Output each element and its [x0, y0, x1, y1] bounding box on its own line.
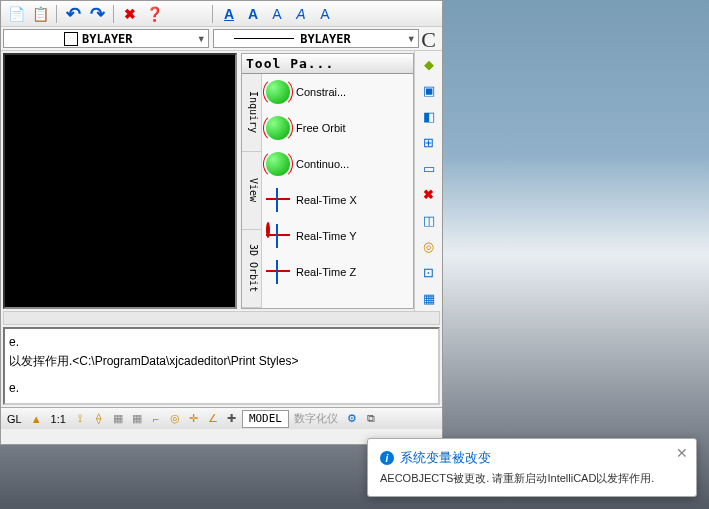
palette-title: Tool Pa...	[242, 54, 413, 74]
orbit-icon	[266, 116, 290, 140]
status-grid2-icon[interactable]: ▦	[128, 410, 146, 428]
help-icon[interactable]: ❓	[143, 3, 165, 25]
status-cross-icon[interactable]: ✚	[223, 410, 241, 428]
notification-title-row: i 系统变量被改变	[380, 449, 684, 467]
cmd-line: e.	[9, 333, 434, 352]
tab-inquiry[interactable]: Inquiry	[242, 74, 261, 152]
layer-right-label: BYLAYER	[300, 32, 404, 46]
command-area[interactable]: e. 以发挥作用.<C:\ProgramData\xjcadeditor\Pri…	[3, 327, 440, 405]
layer-row: BYLAYER ▼ BYLAYER ▼ C	[1, 27, 442, 51]
tool-icon[interactable]: ▦	[418, 287, 440, 309]
text-style-b-icon[interactable]: A	[242, 3, 264, 25]
status-ratio[interactable]: 1:1	[47, 410, 70, 428]
copy-icon[interactable]: 📋	[29, 3, 51, 25]
text-style-d-icon[interactable]: A	[290, 3, 312, 25]
tool-icon[interactable]: ▭	[418, 157, 440, 179]
separator	[113, 5, 114, 23]
status-icon[interactable]: ⟟	[71, 410, 89, 428]
tool-palette: Tool Pa... Inquiry View 3D Orbit Constra…	[241, 53, 414, 309]
chevron-down-icon: ▼	[194, 34, 208, 44]
status-angle-icon[interactable]: ∠	[204, 410, 222, 428]
separator	[56, 5, 57, 23]
settings-gear-icon[interactable]: ⚙	[343, 410, 361, 428]
palette-item-continuous[interactable]: Continuo...	[262, 146, 413, 182]
realtime-x-icon	[266, 188, 290, 212]
drawing-viewport[interactable]	[3, 53, 237, 309]
orbit-icon	[266, 152, 290, 176]
undo-icon[interactable]: ↶	[62, 3, 84, 25]
chevron-down-icon: ▼	[404, 34, 418, 44]
status-model[interactable]: MODEL	[242, 410, 289, 428]
redo-icon[interactable]: ↷	[86, 3, 108, 25]
status-window-icon[interactable]: ⧉	[362, 410, 380, 428]
tab-3d-orbit[interactable]: 3D Orbit	[242, 230, 261, 308]
right-sidebar: ◆ ▣ ◧ ⊞ ▭ ✖ ◫ ◎ ⊡ ▦	[414, 51, 442, 311]
text-style-c-icon[interactable]: A	[266, 3, 288, 25]
realtime-z-icon	[266, 260, 290, 284]
palette-item-constrained[interactable]: Constrai...	[262, 74, 413, 110]
status-icon[interactable]: ⟠	[90, 410, 108, 428]
status-target-icon[interactable]: ◎	[166, 410, 184, 428]
linetype-dropdown[interactable]: BYLAYER ▼	[213, 29, 419, 48]
status-digitizer[interactable]: 数字化仪	[290, 410, 342, 428]
new-icon[interactable]: 📄	[5, 3, 27, 25]
tool-icon[interactable]: ◎	[418, 235, 440, 257]
status-perp-icon[interactable]: ⌐	[147, 410, 165, 428]
palette-item-rt-y[interactable]: Real-Time Y	[262, 218, 413, 254]
status-plus-icon[interactable]: ✛	[185, 410, 203, 428]
horizontal-scrollbar[interactable]	[3, 311, 440, 325]
notification-popup: ✕ i 系统变量被改变 AECOBJECTS被更改. 请重新启动IntelliC…	[367, 438, 697, 497]
orbit-icon	[266, 80, 290, 104]
delete-x-icon[interactable]: ✖	[418, 183, 440, 205]
cmd-line: 以发挥作用.<C:\ProgramData\xjcadeditor\Print …	[9, 352, 434, 371]
status-iso-icon[interactable]: ▲	[27, 410, 46, 428]
palette-item-rt-z[interactable]: Real-Time Z	[262, 254, 413, 290]
status-gl[interactable]: GL	[3, 410, 26, 428]
status-bar: GL ▲ 1:1 ⟟ ⟠ ▦ ▦ ⌐ ◎ ✛ ∠ ✚ MODEL 数字化仪 ⚙ …	[1, 407, 442, 429]
close-icon[interactable]: ✕	[676, 445, 688, 461]
tab-view[interactable]: View	[242, 152, 261, 230]
line-preview-icon	[234, 38, 294, 39]
tool-icon[interactable]: ▣	[418, 79, 440, 101]
palette-item-rt-x[interactable]: Real-Time X	[262, 182, 413, 218]
main-toolbar: 📄 📋 ↶ ↷ ✖ ❓ A A A A A	[1, 1, 442, 27]
palette-item-free-orbit[interactable]: Free Orbit	[262, 110, 413, 146]
status-grid-icon[interactable]: ▦	[109, 410, 127, 428]
tool-icon[interactable]: ◆	[418, 53, 440, 75]
tool-icon[interactable]: ⊞	[418, 131, 440, 153]
notification-body: AECOBJECTS被更改. 请重新启动IntelliCAD以发挥作用.	[380, 471, 684, 486]
palette-tabs: Inquiry View 3D Orbit	[242, 74, 262, 308]
delete-icon[interactable]: ✖	[119, 3, 141, 25]
layer-left-label: BYLAYER	[82, 32, 194, 46]
app-window: 📄 📋 ↶ ↷ ✖ ❓ A A A A A BYLAYER ▼ BYLAYER …	[0, 0, 443, 445]
text-style-e-icon[interactable]: A	[314, 3, 336, 25]
palette-items: Constrai... Free Orbit Continuo... Real-…	[262, 74, 413, 308]
separator	[212, 5, 213, 23]
cmd-line: e.	[9, 379, 434, 398]
middle-area: Tool Pa... Inquiry View 3D Orbit Constra…	[1, 51, 442, 311]
realtime-y-icon	[266, 224, 290, 248]
tool-icon[interactable]: ◧	[418, 105, 440, 127]
info-icon: i	[380, 451, 394, 465]
arc-tool-icon[interactable]: C	[421, 27, 436, 50]
layer-color-dropdown[interactable]: BYLAYER ▼	[3, 29, 209, 48]
color-swatch-icon	[64, 32, 78, 46]
text-style-a-icon[interactable]: A	[218, 3, 240, 25]
tool-icon[interactable]: ◫	[418, 209, 440, 231]
notification-title: 系统变量被改变	[400, 449, 491, 467]
tool-icon[interactable]: ⊡	[418, 261, 440, 283]
